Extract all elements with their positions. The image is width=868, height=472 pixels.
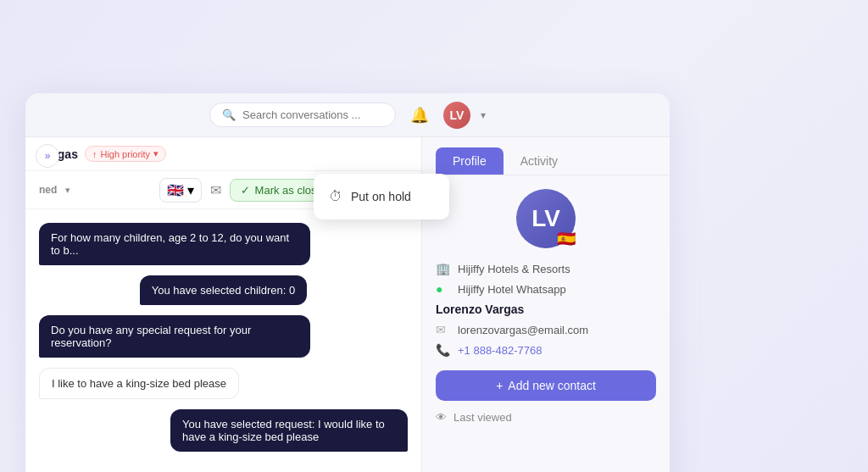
priority-arrow-icon: ↑	[92, 149, 97, 159]
profile-avatar: LV 🇪🇸	[516, 189, 576, 248]
email-icon[interactable]: ✉	[210, 182, 221, 198]
message-2: You have selected children: 0	[140, 275, 307, 305]
search-bar[interactable]: 🔍	[209, 103, 396, 127]
channel-row: ● Hijiffy Hotel Whatsapp	[436, 282, 656, 296]
top-bar: 🔍 🔔 LV ▾	[25, 93, 670, 137]
message-3: Do you have any special request for your…	[39, 315, 310, 358]
flag-chevron-icon: ▾	[187, 182, 194, 198]
priority-badge[interactable]: ↑ High priority ▾	[85, 146, 166, 162]
language-flag-button[interactable]: 🇬🇧 ▾	[159, 178, 202, 203]
eye-icon: 👁	[436, 411, 447, 424]
clock-icon: ⏱	[329, 189, 342, 204]
bell-button[interactable]: 🔔	[406, 102, 433, 129]
profile-content: LV 🇪🇸 🏢 Hijiffy Hotels & Resorts ● Hijif…	[422, 175, 670, 437]
phone-icon: 📞	[436, 343, 451, 357]
email-icon: ✉	[436, 323, 451, 336]
status-label: ned	[39, 184, 57, 196]
search-icon: 🔍	[222, 108, 236, 121]
name-row: Lorenzo Vargas	[436, 303, 656, 316]
dropdown-menu: ⏱ Put on hold	[314, 174, 449, 219]
phone-number[interactable]: +1 888-482-7768	[458, 344, 542, 357]
add-contact-label: Add new contact	[508, 379, 596, 392]
message-5: You have selected request: I would like …	[170, 409, 408, 452]
tab-activity[interactable]: Activity	[504, 147, 575, 175]
phone-row: 📞 +1 888-482-7768	[436, 343, 656, 357]
email-address: lorenzovargas@email.com	[458, 324, 588, 336]
profile-tabs: Profile Activity	[422, 137, 670, 175]
building-icon: 🏢	[436, 262, 451, 275]
chat-messages: For how many children, age 2 to 12, do y…	[25, 209, 421, 472]
profile-name: Lorenzo Vargas	[436, 303, 524, 316]
company-row: 🏢 Hijiffy Hotels & Resorts	[436, 262, 656, 275]
profile-info: 🏢 Hijiffy Hotels & Resorts ● Hijiffy Hot…	[436, 262, 656, 424]
put-on-hold-label: Put on hold	[351, 190, 411, 203]
last-viewed-row: 👁 Last viewed	[436, 411, 656, 424]
plus-icon: +	[496, 379, 503, 392]
message-1: For how many children, age 2 to 12, do y…	[39, 223, 310, 265]
flag-icon: 🇬🇧	[167, 182, 184, 198]
right-panel: Profile Activity LV 🇪🇸 🏢 Hijiffy Hotels …	[422, 137, 670, 472]
checkmark-icon: ✓	[241, 184, 250, 197]
priority-label: High priority	[100, 149, 150, 159]
put-on-hold-item[interactable]: ⏱ Put on hold	[314, 180, 449, 213]
last-viewed-label: Last viewed	[453, 411, 512, 424]
email-row: ✉ lorenzovargas@email.com	[436, 323, 656, 336]
priority-chevron-icon: ▾	[153, 148, 159, 159]
company-name: Hijiffy Hotels & Resorts	[458, 263, 570, 275]
search-input[interactable]	[242, 108, 370, 121]
collapse-sidebar-button[interactable]: »	[36, 144, 59, 168]
tab-profile[interactable]: Profile	[436, 147, 504, 175]
add-contact-button[interactable]: + Add new contact	[436, 370, 656, 401]
avatar[interactable]: LV	[443, 102, 470, 129]
bell-icon: 🔔	[410, 106, 429, 125]
message-4: I like to have a king-size bed please	[39, 368, 239, 399]
country-flag-badge: 🇪🇸	[557, 230, 576, 248]
chat-header: Vargas ↑ High priority ▾	[25, 137, 421, 171]
chevron-down-icon[interactable]: ▾	[481, 109, 486, 121]
channel-name: Hijiffy Hotel Whatsapp	[458, 283, 566, 296]
whatsapp-icon: ●	[436, 282, 451, 296]
chevron-down-icon[interactable]: ▾	[65, 185, 70, 196]
app-window: 🔍 🔔 LV ▾ » Vargas ↑ High priority ▾ ned …	[25, 93, 670, 472]
